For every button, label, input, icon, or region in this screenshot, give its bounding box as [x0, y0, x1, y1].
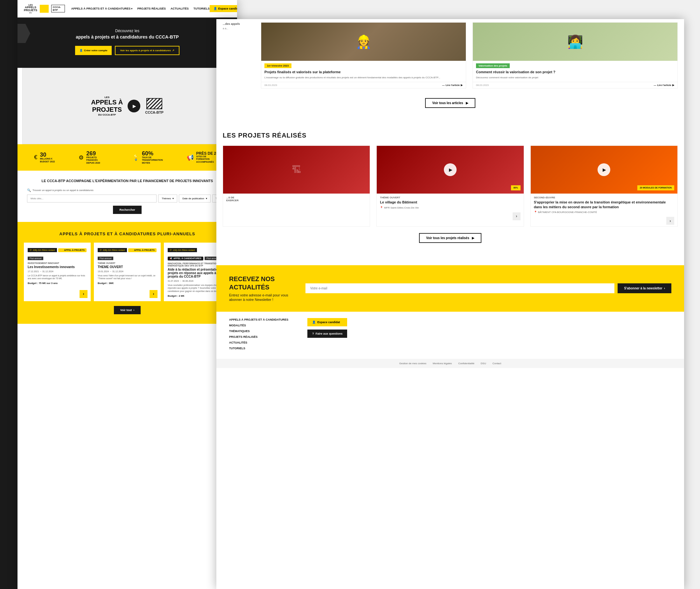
article-date-1: 08.03.2023	[264, 84, 277, 86]
call-tag-1: Pluri-annuel	[28, 257, 43, 260]
footer-faq-button[interactable]: ? Faire aux questions	[307, 330, 347, 338]
article-desc-2: Découvrez comment réussir votre valorisa…	[473, 76, 677, 79]
logo-text: LES APPELS PROJETS DU	[24, 4, 37, 14]
call-budget-1: Budget : 75 M€ sur 3 ans	[28, 282, 87, 284]
partial-left-text: ...des appels à à...	[223, 22, 255, 88]
projet-title-1: Le village du Bâtiment	[377, 200, 523, 206]
footer-bottom-dsu[interactable]: DSU	[481, 362, 486, 365]
call-nav-button-1[interactable]: ›	[79, 290, 87, 298]
footer-bottom-contact[interactable]: Contact	[492, 362, 501, 365]
hero-title-line2: appels à projets et à candidatures du CC…	[27, 34, 228, 39]
footer-link-modalites[interactable]: MODALITÉS	[229, 324, 288, 327]
projet-location-1: 📍 MFR Saint-Gilles-Croix-De-Vie	[377, 206, 523, 211]
footer-bottom: Gestion de mes cookies Mentions légales …	[216, 359, 684, 368]
footer-link-thematiques[interactable]: THÉMATIQUES	[229, 330, 288, 333]
call-nav-button-2[interactable]: ›	[149, 290, 157, 298]
projet-nav-button-1[interactable]: ›	[512, 212, 520, 220]
footer-link-tutoriels[interactable]: TUTORIELS	[229, 347, 288, 350]
footer-espace-button[interactable]: 👤 Espace candidat	[307, 318, 347, 326]
nav-actualites[interactable]: ACTUALITÉS	[170, 7, 189, 10]
call-title-2: THEME OUVERT	[98, 265, 157, 269]
projet-nav-1: ›	[377, 211, 523, 222]
newsletter-form: S'abonner à la newsletter ›	[305, 283, 671, 293]
nav-tutoriels[interactable]: TUTORIELS	[194, 7, 210, 10]
voir-tout-button[interactable]: Voir tout ›	[114, 306, 141, 314]
call-badge-3: 📢 APPEL À CANDIDATURES	[168, 257, 203, 260]
accompagne-title: LE CCCA-BTP ACCOMPAGNE L'EXPÉRIMENTATION…	[27, 179, 228, 183]
arrow-icon: ▶	[461, 84, 463, 86]
projet-card-2: 20 MODULES DE FORMATION SECOND-ŒUVRE S'a…	[531, 146, 678, 227]
projet-img-1: 80%	[377, 146, 523, 194]
video-area: LES APPELS À PROJETS DU CCCA-BTP CCCA-BT…	[22, 68, 232, 144]
arrow-icon: ↗	[172, 49, 174, 52]
video-logo-text: LES APPELS À PROJETS DU CCCA-BTP	[91, 96, 123, 116]
newsletter-email-input[interactable]	[305, 283, 614, 293]
search-input[interactable]	[27, 195, 156, 202]
call-budget-2: Budget : 3M€	[98, 282, 157, 284]
espace-candidat-button[interactable]: 👤 Espace candidat	[210, 5, 237, 12]
footer-link-appels[interactable]: APPELS À PROJETS ET À CANDIDATURES	[229, 318, 288, 321]
article-date-2: 08.03.2023	[476, 84, 489, 86]
location-icon: 📍	[534, 211, 537, 214]
article-read-more-2[interactable]: — Lire l'article ▶	[654, 84, 674, 86]
hero-title-line1: Découvrez les	[27, 29, 228, 33]
article-read-more-1[interactable]: — Lire l'article ▶	[442, 84, 463, 86]
call-timer-1: 336j 21h 59mn restant	[28, 248, 57, 252]
partial-articles: ...des appels à à... 1er trimestre 2023 …	[216, 19, 684, 92]
arrow-icon: ▶	[672, 84, 674, 86]
create-account-button[interactable]: 👤 Créer votre compte	[75, 46, 112, 55]
article-meta-2: 08.03.2023 — Lire l'article ▶	[473, 82, 677, 88]
newsletter-subscribe-button[interactable]: S'abonner à la newsletter ›	[618, 283, 671, 293]
voir-articles-button[interactable]: Voir tous les articles ▶	[425, 98, 475, 108]
projets-title: LES PROJETS RÉALISÉS	[223, 132, 678, 139]
voir-appels-button[interactable]: Voir les appels à projets et à candidatu…	[115, 46, 179, 55]
projet-title-2: S'approprier la mise en œuvre de la tran…	[531, 200, 677, 211]
footer-col-links: APPELS À PROJETS ET À CANDIDATURES MODAL…	[229, 318, 288, 353]
video-logo: LES APPELS À PROJETS DU CCCA-BTP CCCA-BT…	[91, 96, 163, 116]
projet-theme-1: THÈME OUVERT	[377, 194, 523, 200]
dash-icon: —	[654, 84, 656, 86]
footer-bottom-cookies[interactable]: Gestion de mes cookies	[399, 362, 426, 365]
projet-play-button-1[interactable]	[444, 163, 456, 176]
search-button[interactable]: Rechercher	[113, 206, 141, 214]
ccca-stripes-icon	[146, 98, 162, 109]
calls-section: APPELS À PROJETS ET À CANDIDATURES PLURI…	[17, 222, 237, 324]
footer-link-projets[interactable]: PROJETS RÉALISÉS	[229, 335, 288, 339]
stat-projets: ⚙ 269 PROJETS FINANCÉSDEPUIS 2020	[79, 151, 108, 164]
nav-appels[interactable]: APPELS À PROJETS ET À CANDIDATURES	[71, 7, 133, 10]
call-timer-2: 336j 21h 59mn restant	[98, 248, 127, 252]
person-icon: 👤	[214, 7, 217, 10]
footer-bottom-confidentialite[interactable]: Confidentialité	[458, 362, 474, 365]
article-card-2: Valorisation des projets Comment réussir…	[472, 22, 678, 88]
main-nav: APPELS À PROJETS ET À CANDIDATURES PROJE…	[71, 7, 210, 10]
projet-play-button-2[interactable]	[598, 163, 610, 176]
voir-projets-button[interactable]: Voir tous les projets réalisés ▶	[419, 233, 481, 243]
footer-link-actualites[interactable]: ACTUALITÉS	[229, 341, 288, 344]
ccca-text: CCCA-BTP	[145, 111, 163, 114]
stat-taux: 💡 60% TAUX DETRANSFORMATIONMOYEN	[132, 151, 163, 164]
arrow-icon: ▶	[472, 236, 474, 240]
search-bar: Thèmes Date de publication Type	[27, 195, 228, 202]
search-hint: Trouver un appel à projets ou un appel à…	[27, 188, 228, 192]
video-play-button[interactable]	[127, 100, 140, 113]
call-desc-1: Le CCCA-BTP lance un appel à projets amb…	[28, 274, 87, 280]
footer-bottom-mentions[interactable]: Mentions légales	[433, 362, 452, 365]
call-timer-3: 132j 21h 59mn restant	[168, 248, 197, 252]
site-header: LES APPELS PROJETS DU CCCA-BTP APPELS À …	[17, 0, 237, 17]
projet-theme-left: ...s deexercer	[223, 194, 370, 203]
stat-number-taux: 60%	[142, 151, 163, 156]
themes-dropdown[interactable]: Thèmes	[158, 195, 177, 202]
call-type-2: THÈME OUVERT	[98, 262, 157, 264]
article-title-2: Comment réussir la valorisation de son p…	[473, 70, 677, 76]
projet-badge-2: 20 MODULES DE FORMATION	[637, 185, 674, 190]
projet-nav-button-2[interactable]: ›	[666, 217, 674, 225]
left-bg-strip	[0, 0, 17, 589]
article-tag-2: Valorisation des projets	[476, 63, 510, 68]
right-panel: ...des appels à à... 1er trimestre 2023 …	[216, 19, 684, 589]
nav-projets[interactable]: PROJETS RÉALISÉS	[137, 7, 166, 10]
projet-img-left: 🏗	[223, 146, 370, 194]
call-title-1: Les Investissements innovants	[28, 265, 87, 269]
date-dropdown[interactable]: Date de publication	[179, 195, 211, 202]
bulb-icon: 💡	[132, 154, 139, 161]
stat-label-taux: TAUX DETRANSFORMATIONMOYEN	[142, 156, 163, 164]
